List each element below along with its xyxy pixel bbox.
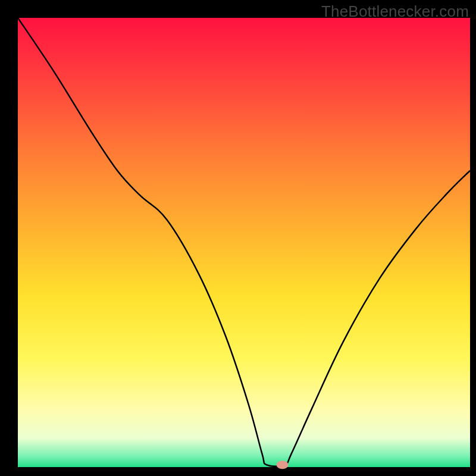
watermark-text: TheBottleneсker.com	[321, 2, 469, 21]
bottleneck-chart	[0, 0, 476, 476]
chart-container: TheBottleneсker.com	[0, 0, 476, 476]
optimum-marker	[277, 461, 289, 469]
gradient-backdrop	[18, 18, 470, 467]
